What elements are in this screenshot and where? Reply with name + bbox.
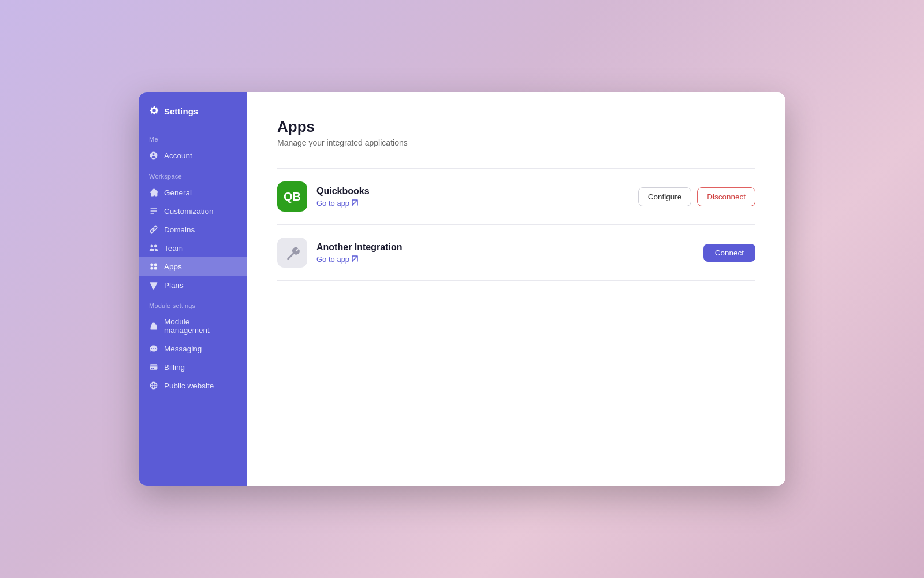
account-label: Account: [164, 151, 192, 160]
another-integration-actions: Connect: [703, 244, 755, 262]
integration-item-quickbooks: QB Quickbooks Go to app Configure Discon…: [277, 168, 755, 225]
chat-icon: [149, 344, 158, 353]
sidebar-item-billing[interactable]: Billing: [139, 358, 247, 376]
quickbooks-actions: Configure Disconnect: [638, 187, 755, 206]
page-title: Apps: [277, 118, 755, 136]
integration-list: QB Quickbooks Go to app Configure Discon…: [277, 168, 755, 281]
external-link-icon: [352, 199, 359, 206]
sidebar-item-public-website[interactable]: Public website: [139, 376, 247, 395]
quickbooks-logo: QB: [277, 181, 307, 212]
quickbooks-info: Quickbooks Go to app: [316, 186, 629, 208]
list-icon: [149, 206, 158, 216]
wrench-icon: [285, 245, 300, 260]
quickbooks-name: Quickbooks: [316, 186, 629, 197]
diamond-icon: [149, 280, 158, 290]
quickbooks-goto-link[interactable]: Go to app: [316, 199, 629, 208]
creditcard-icon: [149, 362, 158, 372]
connect-button[interactable]: Connect: [703, 244, 755, 262]
globe-icon: [149, 381, 158, 390]
svg-text:QB: QB: [284, 190, 301, 203]
link-icon: [149, 225, 158, 234]
integration-item-another: Another Integration Go to app Connect: [277, 225, 755, 281]
configure-button[interactable]: Configure: [638, 187, 692, 206]
messaging-label: Messaging: [164, 344, 202, 353]
grid-icon: [149, 262, 158, 271]
sidebar-item-apps[interactable]: Apps: [139, 257, 247, 276]
disconnect-button[interactable]: Disconnect: [697, 187, 755, 206]
settings-label: Settings: [164, 106, 198, 116]
sidebar-item-domains[interactable]: Domains: [139, 220, 247, 239]
sidebar-item-customization[interactable]: Customization: [139, 202, 247, 220]
public-website-label: Public website: [164, 381, 214, 390]
sidebar-item-account[interactable]: Account: [139, 146, 247, 165]
sidebar-item-team[interactable]: Team: [139, 239, 247, 257]
billing-label: Billing: [164, 363, 185, 372]
toggle-icon: [149, 321, 158, 331]
section-label-module-settings: Module settings: [139, 294, 247, 313]
user-circle-icon: [149, 151, 158, 160]
gear-icon: [149, 105, 159, 117]
settings-window: Settings Me Account Workspace General: [139, 92, 785, 486]
settings-header: Settings: [139, 92, 247, 128]
domains-label: Domains: [164, 225, 195, 234]
apps-label: Apps: [164, 262, 182, 271]
another-integration-goto-link[interactable]: Go to app: [316, 255, 694, 264]
customization-label: Customization: [164, 207, 214, 216]
general-label: General: [164, 188, 192, 197]
plans-label: Plans: [164, 281, 184, 290]
sidebar-item-general[interactable]: General: [139, 183, 247, 202]
page-subtitle: Manage your integrated applications: [277, 138, 755, 147]
section-label-workspace: Workspace: [139, 165, 247, 183]
sidebar-item-messaging[interactable]: Messaging: [139, 339, 247, 358]
section-label-me: Me: [139, 128, 247, 146]
external-link-icon-2: [352, 255, 359, 262]
another-integration-info: Another Integration Go to app: [316, 242, 694, 264]
main-content: Apps Manage your integrated applications…: [247, 92, 785, 486]
module-management-label: Module management: [164, 317, 237, 335]
home-icon: [149, 188, 158, 197]
sidebar-item-plans[interactable]: Plans: [139, 276, 247, 294]
team-label: Team: [164, 244, 183, 253]
another-integration-logo: [277, 238, 307, 268]
another-integration-name: Another Integration: [316, 242, 694, 253]
sidebar: Settings Me Account Workspace General: [139, 92, 247, 486]
people-icon: [149, 243, 158, 253]
sidebar-item-module-management[interactable]: Module management: [139, 313, 247, 339]
